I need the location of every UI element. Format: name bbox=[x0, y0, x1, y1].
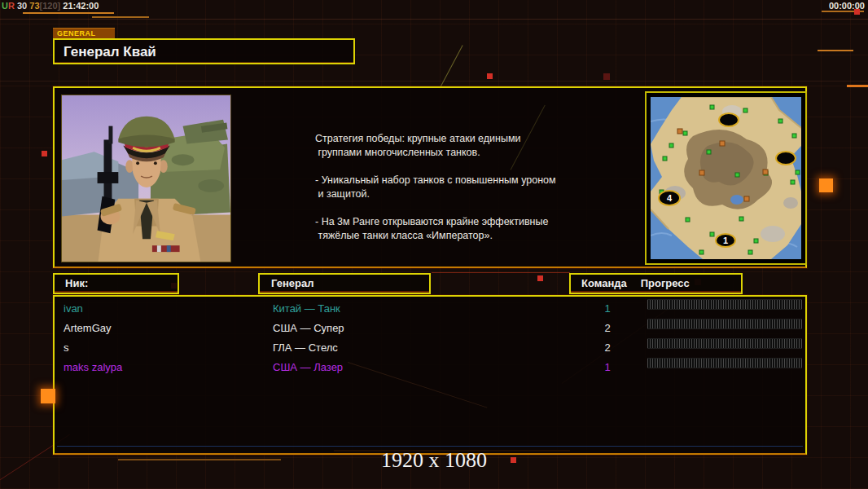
perf-segment: R bbox=[8, 1, 15, 11]
player-progress-bar bbox=[647, 319, 802, 329]
perf-overlay: UR 30 73[120] 21:42:00 bbox=[2, 1, 99, 11]
decor-dash bbox=[847, 85, 868, 87]
player-progress-bar bbox=[647, 299, 802, 310]
decor-blue-line bbox=[57, 446, 803, 447]
decor-dash bbox=[432, 272, 570, 273]
players-panel: ivan Китай — Танк 1 ArtemGay США — Супер… bbox=[53, 295, 807, 455]
description-line: и защитой. bbox=[315, 187, 592, 201]
player-team: 1 bbox=[595, 358, 620, 377]
decor-square-dark bbox=[603, 73, 610, 80]
decor-dash bbox=[23, 12, 114, 14]
player-general: Китай — Танк bbox=[273, 299, 340, 319]
player-team: 1 bbox=[595, 299, 620, 319]
match-timer: 00:00:00 bbox=[829, 1, 865, 11]
map-preview: 4 1 bbox=[645, 91, 807, 265]
perf-segment: 73 bbox=[29, 1, 39, 11]
general-title: Генерал Квай bbox=[64, 44, 353, 60]
general-portrait-image bbox=[62, 95, 230, 262]
header-nick: Ник: bbox=[53, 273, 179, 294]
resolution-label: 1920 x 1080 bbox=[0, 448, 868, 473]
map-start-marker-4: 4 bbox=[667, 193, 673, 203]
description-line: - На 3м Ранге открываются крайне эффекти… bbox=[315, 215, 592, 229]
general-info-panel: Стратегия победы: крупные атаки едиными … bbox=[53, 86, 807, 268]
player-nick: s bbox=[64, 338, 69, 358]
player-nick: ArtemGay bbox=[64, 319, 112, 338]
description-line: группами многочисленных танков. bbox=[315, 146, 592, 160]
decor-glow-square bbox=[41, 389, 55, 403]
player-row: maks zalypa США — Лазер 1 bbox=[55, 358, 805, 377]
player-team: 2 bbox=[595, 338, 620, 358]
perf-segment: 21:42:00 bbox=[60, 1, 99, 11]
header-progress: Прогресс bbox=[641, 275, 690, 293]
player-general: ГЛА — Стелс bbox=[273, 338, 338, 358]
decor-dash bbox=[92, 16, 149, 18]
general-tab: GENERAL bbox=[53, 28, 115, 38]
perf-segment: U bbox=[2, 1, 8, 11]
description-line: тяжёлые танки класса «Император». bbox=[315, 229, 592, 243]
perf-segment: 30 bbox=[15, 1, 29, 11]
map-preview-image: 4 1 bbox=[651, 97, 801, 259]
map-start-marker-1: 1 bbox=[723, 236, 728, 245]
decor-glow-square bbox=[819, 178, 833, 192]
general-title-box: Генерал Квай bbox=[53, 38, 355, 64]
player-general: США — Лазер bbox=[273, 358, 343, 377]
player-general: США — Супер bbox=[273, 319, 344, 338]
header-team-progress: Команда Прогресс bbox=[569, 273, 743, 294]
player-row: s ГЛА — Стелс 2 bbox=[55, 338, 805, 358]
player-progress-bar bbox=[647, 338, 802, 349]
general-portrait bbox=[61, 95, 231, 262]
player-progress-bar bbox=[647, 358, 802, 368]
player-row: ArtemGay США — Супер 2 bbox=[55, 319, 805, 338]
general-description: Стратегия победы: крупные атаки едиными … bbox=[315, 132, 592, 243]
header-team: Команда bbox=[581, 275, 627, 293]
bg-hline bbox=[0, 19, 868, 20]
decor-square bbox=[487, 73, 493, 79]
description-line bbox=[315, 201, 592, 215]
description-line: - Уникальный набор танков с повышенным у… bbox=[315, 174, 592, 187]
perf-segment: [120] bbox=[40, 1, 61, 11]
player-team: 2 bbox=[595, 319, 620, 338]
decor-diagonal bbox=[440, 45, 463, 88]
decor-square bbox=[537, 275, 543, 281]
bg-hline bbox=[0, 81, 868, 82]
player-nick: maks zalypa bbox=[64, 358, 122, 377]
description-line bbox=[315, 160, 592, 174]
description-line: Стратегия победы: крупные атаки едиными bbox=[315, 132, 592, 146]
decor-dash bbox=[818, 50, 853, 51]
decor-square bbox=[42, 151, 47, 156]
player-row: ivan Китай — Танк 1 bbox=[55, 299, 805, 319]
header-general: Генерал bbox=[258, 273, 431, 294]
player-nick: ivan bbox=[64, 299, 83, 319]
